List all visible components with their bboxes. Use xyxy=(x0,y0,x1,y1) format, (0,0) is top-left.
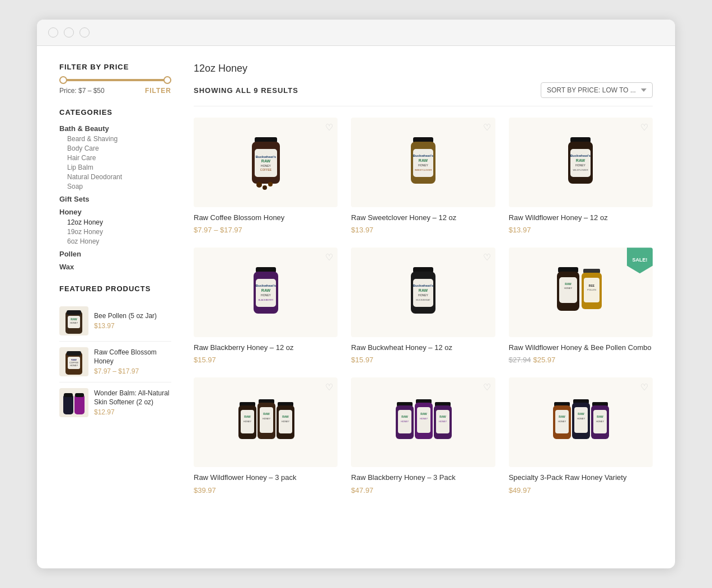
product-image-3: Buckwheat's RAW HONEY WILDFLOWER xyxy=(509,118,653,207)
svg-text:HONEY: HONEY xyxy=(418,164,428,167)
category-bath-beauty[interactable]: Bath & Beauty xyxy=(59,124,171,133)
product-card-6[interactable]: SALE! RAW HONEY BEE POLLEN xyxy=(509,248,653,364)
price-info: Price: $7 – $50 FILTER xyxy=(59,87,171,95)
svg-text:HONEY: HONEY xyxy=(70,364,78,367)
featured-price-2: $7.97 – $17.97 xyxy=(94,367,171,375)
svg-text:RAW: RAW xyxy=(261,288,270,292)
product-name-5: Raw Buckwheat Honey – 12 oz xyxy=(351,343,452,353)
product-card-2[interactable]: Buckwheat's RAW HONEY SWEETCLOVER Raw Sw… xyxy=(351,118,495,234)
category-wax[interactable]: Wax xyxy=(59,263,171,271)
product-price-5: $15.97 xyxy=(351,356,452,364)
wishlist-btn-5[interactable]: ♡ xyxy=(483,252,491,263)
svg-rect-12 xyxy=(64,393,73,397)
featured-price-3: $12.97 xyxy=(94,408,171,416)
wishlist-btn-9[interactable]: ♡ xyxy=(640,382,648,393)
wishlist-btn-1[interactable]: ♡ xyxy=(325,122,333,133)
svg-text:RAW: RAW xyxy=(578,412,584,416)
svg-text:RAW: RAW xyxy=(419,158,428,162)
wishlist-btn-2[interactable]: ♡ xyxy=(483,122,491,133)
svg-text:RAW: RAW xyxy=(261,159,270,163)
wishlist-btn-4[interactable]: ♡ xyxy=(325,252,333,263)
svg-rect-55 xyxy=(559,277,577,303)
product-card-7[interactable]: RAW HONEY RAW HONEY xyxy=(194,377,338,494)
category-hair-care[interactable]: Hair Care xyxy=(67,154,171,162)
svg-point-22 xyxy=(256,182,262,188)
page-heading: 12oz Honey xyxy=(194,63,653,74)
product-price-6: $27.94$25.97 xyxy=(509,356,652,364)
wishlist-btn-7[interactable]: ♡ xyxy=(325,382,333,393)
svg-text:Buckwheat's: Buckwheat's xyxy=(570,154,591,157)
svg-text:HONEY: HONEY xyxy=(418,293,428,297)
category-honey-children: 12oz Honey 19oz Honey 6oz Honey xyxy=(67,218,171,245)
product-image-8: RAW HONEY RAW HONEY xyxy=(351,377,495,467)
featured-info-3: Wonder Balm: All-Natural Skin Softener (… xyxy=(94,389,171,416)
category-soap[interactable]: Soap xyxy=(67,183,171,190)
featured-img-2: RAW COFFEE HONEY xyxy=(59,347,88,376)
product-card-8[interactable]: RAW HONEY RAW HONEY xyxy=(351,377,495,494)
category-honey[interactable]: Honey xyxy=(59,208,171,216)
svg-text:HONEY: HONEY xyxy=(261,293,271,297)
product-card-5[interactable]: Buckwheat's RAW HONEY BUCKWHEAT Raw Buck… xyxy=(351,248,495,364)
svg-rect-14 xyxy=(75,393,84,397)
sort-select[interactable]: SORT BY PRICE: LOW TO ... Sort by price:… xyxy=(541,82,653,98)
category-natural-deodorant[interactable]: Natural Deodorant xyxy=(67,173,171,181)
browser-dot-1 xyxy=(48,27,58,38)
svg-rect-6 xyxy=(67,351,81,356)
categories-section: CATEGORIES Bath & Beauty Beard & Shaving… xyxy=(59,108,171,271)
product-card-9[interactable]: RAW HONEY RAW HONEY xyxy=(509,377,653,494)
svg-rect-11 xyxy=(63,394,73,414)
svg-rect-27 xyxy=(413,149,433,177)
svg-text:HONEY: HONEY xyxy=(261,164,271,167)
svg-point-23 xyxy=(263,185,267,190)
svg-text:Buckwheat's: Buckwheat's xyxy=(413,154,434,157)
featured-title: FEATURED PRODUCTS xyxy=(59,284,171,293)
category-12oz-honey[interactable]: 12oz Honey xyxy=(67,218,171,226)
product-image-9: RAW HONEY RAW HONEY xyxy=(509,377,653,467)
svg-text:HONEY: HONEY xyxy=(564,287,573,290)
svg-text:RAW: RAW xyxy=(71,318,77,321)
category-6oz-honey[interactable]: 6oz Honey xyxy=(67,237,171,245)
featured-item-2[interactable]: RAW COFFEE HONEY Raw Coffee Blossom Hone… xyxy=(59,342,171,382)
featured-item-1[interactable]: RAW HONEY Bee Pollen (5 oz Jar) $13.97 xyxy=(59,301,171,342)
page-content: FILTER BY PRICE Price: $7 – $50 FILTER C… xyxy=(37,46,675,511)
category-body-care[interactable]: Body Care xyxy=(67,144,171,152)
browser-bar xyxy=(37,20,675,46)
svg-text:BLACKBERRY: BLACKBERRY xyxy=(258,298,273,301)
svg-text:Buckwheat's: Buckwheat's xyxy=(255,155,276,158)
price-slider-track[interactable] xyxy=(59,79,171,81)
product-card-1[interactable]: Buckwheat's RAW HONEY COFFEE Raw Coffee … xyxy=(194,118,338,234)
wishlist-btn-3[interactable]: ♡ xyxy=(640,122,648,133)
svg-text:COFFEE: COFFEE xyxy=(260,168,272,171)
product-price-4: $15.97 xyxy=(194,356,293,364)
svg-text:HONEY: HONEY xyxy=(577,417,585,420)
svg-text:RAW: RAW xyxy=(576,158,585,162)
svg-text:HONEY: HONEY xyxy=(575,164,585,167)
category-19oz-honey[interactable]: 19oz Honey xyxy=(67,228,171,236)
svg-rect-17 xyxy=(255,149,277,177)
featured-item-3[interactable]: Wonder Balm: All-Natural Skin Softener (… xyxy=(59,382,171,423)
category-pollen[interactable]: Pollen xyxy=(59,250,171,258)
product-card-4[interactable]: Buckwheat's RAW HONEY BLACKBERRY Raw Bla… xyxy=(194,248,338,364)
slider-thumb-left[interactable] xyxy=(59,76,67,84)
price-range-label: Price: $7 – $50 xyxy=(59,87,105,95)
original-price-6: $27.94 xyxy=(509,356,531,364)
results-count: SHOWING ALL 9 RESULTS xyxy=(194,86,298,95)
slider-thumb-right[interactable] xyxy=(163,76,171,84)
svg-text:HONEY: HONEY xyxy=(558,420,566,423)
featured-img-3 xyxy=(59,388,88,417)
categories-title: CATEGORIES xyxy=(59,108,171,116)
category-beard-shaving[interactable]: Beard & Shaving xyxy=(67,135,171,143)
wishlist-btn-8[interactable]: ♡ xyxy=(483,382,491,393)
filter-button[interactable]: FILTER xyxy=(145,87,171,95)
product-image-4: Buckwheat's RAW HONEY BLACKBERRY xyxy=(194,248,338,337)
svg-text:HONEY: HONEY xyxy=(282,420,290,423)
category-gift-sets[interactable]: Gift Sets xyxy=(59,195,171,203)
product-card-3[interactable]: Buckwheat's RAW HONEY WILDFLOWER Raw Wil… xyxy=(509,118,653,234)
featured-name-2: Raw Coffee Blossom Honey xyxy=(94,348,171,366)
sale-badge: SALE! xyxy=(627,248,653,273)
svg-text:HONEY: HONEY xyxy=(439,420,447,423)
svg-text:RAW: RAW xyxy=(282,415,289,418)
category-lip-balm[interactable]: Lip Balm xyxy=(67,164,171,171)
product-price-3: $13.97 xyxy=(509,226,608,234)
product-name-2: Raw Sweetclover Honey – 12 oz xyxy=(351,213,456,223)
